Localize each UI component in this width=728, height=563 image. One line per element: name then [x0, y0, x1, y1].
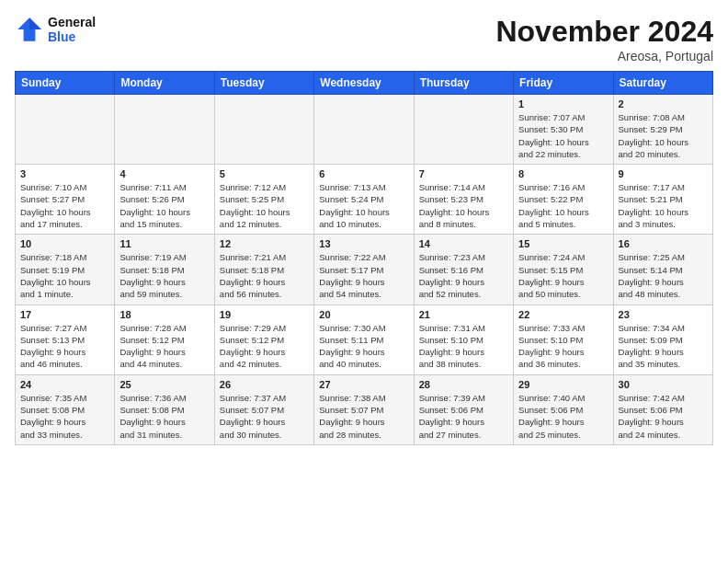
- calendar-cell: 5Sunrise: 7:12 AM Sunset: 5:25 PM Daylig…: [214, 165, 313, 235]
- day-number: 19: [220, 309, 309, 320]
- calendar-cell: 13Sunrise: 7:22 AM Sunset: 5:17 PM Dayli…: [314, 235, 414, 304]
- day-number: 1: [518, 98, 608, 109]
- day-number: 22: [518, 309, 608, 320]
- calendar-cell: 26Sunrise: 7:37 AM Sunset: 5:07 PM Dayli…: [214, 374, 313, 444]
- day-number: 14: [419, 238, 508, 249]
- calendar-cell: 8Sunrise: 7:16 AM Sunset: 5:22 PM Daylig…: [514, 165, 613, 235]
- svg-marker-1: [29, 17, 41, 29]
- calendar-cell: [214, 95, 313, 165]
- calendar-cell: 28Sunrise: 7:39 AM Sunset: 5:06 PM Dayli…: [414, 374, 513, 444]
- calendar-cell: 21Sunrise: 7:31 AM Sunset: 5:10 PM Dayli…: [414, 304, 513, 374]
- day-number: 27: [319, 379, 408, 390]
- day-number: 2: [619, 98, 708, 109]
- day-info: Sunrise: 7:39 AM Sunset: 5:06 PM Dayligh…: [419, 392, 508, 441]
- calendar-cell: 2Sunrise: 7:08 AM Sunset: 5:29 PM Daylig…: [613, 95, 712, 165]
- day-info: Sunrise: 7:36 AM Sunset: 5:08 PM Dayligh…: [119, 392, 209, 441]
- logo: General Blue: [15, 15, 96, 44]
- calendar-cell: 17Sunrise: 7:27 AM Sunset: 5:13 PM Dayli…: [16, 304, 115, 374]
- month-title: November 2024: [495, 15, 713, 49]
- calendar-cell: 23Sunrise: 7:34 AM Sunset: 5:09 PM Dayli…: [613, 304, 712, 374]
- calendar-cell: [16, 95, 115, 165]
- day-info: Sunrise: 7:12 AM Sunset: 5:25 PM Dayligh…: [220, 181, 309, 230]
- weekday-header-saturday: Saturday: [613, 72, 712, 95]
- day-number: 9: [619, 168, 708, 179]
- calendar-cell: 12Sunrise: 7:21 AM Sunset: 5:18 PM Dayli…: [214, 235, 313, 304]
- calendar-cell: 27Sunrise: 7:38 AM Sunset: 5:07 PM Dayli…: [314, 374, 414, 444]
- day-info: Sunrise: 7:42 AM Sunset: 5:06 PM Dayligh…: [619, 392, 708, 441]
- day-info: Sunrise: 7:35 AM Sunset: 5:08 PM Dayligh…: [20, 392, 109, 441]
- calendar-cell: [314, 95, 414, 165]
- day-number: 12: [220, 238, 309, 249]
- calendar-cell: 10Sunrise: 7:18 AM Sunset: 5:19 PM Dayli…: [16, 235, 115, 304]
- weekday-header-thursday: Thursday: [414, 72, 513, 95]
- day-info: Sunrise: 7:37 AM Sunset: 5:07 PM Dayligh…: [220, 392, 309, 441]
- day-info: Sunrise: 7:13 AM Sunset: 5:24 PM Dayligh…: [319, 181, 408, 230]
- weekday-header-tuesday: Tuesday: [214, 72, 313, 95]
- day-info: Sunrise: 7:24 AM Sunset: 5:15 PM Dayligh…: [518, 251, 608, 300]
- day-number: 20: [319, 309, 408, 320]
- location: Areosa, Portugal: [495, 49, 713, 63]
- calendar-cell: 24Sunrise: 7:35 AM Sunset: 5:08 PM Dayli…: [16, 374, 115, 444]
- weekday-header-friday: Friday: [514, 72, 613, 95]
- calendar-table: SundayMondayTuesdayWednesdayThursdayFrid…: [15, 71, 713, 445]
- day-number: 11: [119, 238, 209, 249]
- day-number: 6: [319, 168, 408, 179]
- day-number: 13: [319, 238, 408, 249]
- calendar-cell: 19Sunrise: 7:29 AM Sunset: 5:12 PM Dayli…: [214, 304, 313, 374]
- day-number: 21: [419, 309, 508, 320]
- calendar-cell: 25Sunrise: 7:36 AM Sunset: 5:08 PM Dayli…: [115, 374, 214, 444]
- day-info: Sunrise: 7:29 AM Sunset: 5:12 PM Dayligh…: [220, 322, 309, 371]
- day-info: Sunrise: 7:07 AM Sunset: 5:30 PM Dayligh…: [518, 111, 608, 160]
- weekday-header-monday: Monday: [115, 72, 214, 95]
- day-info: Sunrise: 7:23 AM Sunset: 5:16 PM Dayligh…: [419, 251, 508, 300]
- day-info: Sunrise: 7:25 AM Sunset: 5:14 PM Dayligh…: [619, 251, 708, 300]
- calendar-cell: 29Sunrise: 7:40 AM Sunset: 5:06 PM Dayli…: [514, 374, 613, 444]
- calendar-cell: 30Sunrise: 7:42 AM Sunset: 5:06 PM Dayli…: [613, 374, 712, 444]
- title-block: November 2024 Areosa, Portugal: [495, 15, 713, 63]
- logo-text: General Blue: [48, 15, 96, 44]
- day-number: 10: [20, 238, 109, 249]
- day-number: 8: [518, 168, 608, 179]
- calendar-cell: 3Sunrise: 7:10 AM Sunset: 5:27 PM Daylig…: [16, 165, 115, 235]
- day-number: 30: [619, 379, 708, 390]
- day-info: Sunrise: 7:38 AM Sunset: 5:07 PM Dayligh…: [319, 392, 408, 441]
- day-number: 26: [220, 379, 309, 390]
- day-number: 16: [619, 238, 708, 249]
- calendar-cell: 20Sunrise: 7:30 AM Sunset: 5:11 PM Dayli…: [314, 304, 414, 374]
- calendar-cell: 9Sunrise: 7:17 AM Sunset: 5:21 PM Daylig…: [613, 165, 712, 235]
- day-info: Sunrise: 7:28 AM Sunset: 5:12 PM Dayligh…: [119, 322, 209, 371]
- day-number: 15: [518, 238, 608, 249]
- day-info: Sunrise: 7:31 AM Sunset: 5:10 PM Dayligh…: [419, 322, 508, 371]
- weekday-header-sunday: Sunday: [16, 72, 115, 95]
- day-number: 29: [518, 379, 608, 390]
- page-header: General Blue November 2024 Areosa, Portu…: [15, 15, 713, 63]
- calendar-cell: 11Sunrise: 7:19 AM Sunset: 5:18 PM Dayli…: [115, 235, 214, 304]
- calendar-cell: 7Sunrise: 7:14 AM Sunset: 5:23 PM Daylig…: [414, 165, 513, 235]
- day-number: 25: [119, 379, 209, 390]
- calendar-cell: 1Sunrise: 7:07 AM Sunset: 5:30 PM Daylig…: [514, 95, 613, 165]
- day-number: 3: [20, 168, 109, 179]
- day-number: 7: [419, 168, 508, 179]
- day-number: 4: [119, 168, 209, 179]
- day-info: Sunrise: 7:17 AM Sunset: 5:21 PM Dayligh…: [619, 181, 708, 230]
- calendar-cell: 14Sunrise: 7:23 AM Sunset: 5:16 PM Dayli…: [414, 235, 513, 304]
- calendar-cell: 6Sunrise: 7:13 AM Sunset: 5:24 PM Daylig…: [314, 165, 414, 235]
- calendar-header: SundayMondayTuesdayWednesdayThursdayFrid…: [16, 72, 713, 95]
- day-number: 17: [20, 309, 109, 320]
- day-info: Sunrise: 7:19 AM Sunset: 5:18 PM Dayligh…: [119, 251, 209, 300]
- calendar-cell: 22Sunrise: 7:33 AM Sunset: 5:10 PM Dayli…: [514, 304, 613, 374]
- day-info: Sunrise: 7:08 AM Sunset: 5:29 PM Dayligh…: [619, 111, 708, 160]
- day-number: 5: [220, 168, 309, 179]
- day-number: 18: [119, 309, 209, 320]
- day-info: Sunrise: 7:18 AM Sunset: 5:19 PM Dayligh…: [20, 251, 109, 300]
- day-info: Sunrise: 7:16 AM Sunset: 5:22 PM Dayligh…: [518, 181, 608, 230]
- day-info: Sunrise: 7:10 AM Sunset: 5:27 PM Dayligh…: [20, 181, 109, 230]
- calendar-cell: 4Sunrise: 7:11 AM Sunset: 5:26 PM Daylig…: [115, 165, 214, 235]
- day-info: Sunrise: 7:21 AM Sunset: 5:18 PM Dayligh…: [220, 251, 309, 300]
- logo-icon: [15, 15, 44, 44]
- calendar-cell: 16Sunrise: 7:25 AM Sunset: 5:14 PM Dayli…: [613, 235, 712, 304]
- calendar-cell: 18Sunrise: 7:28 AM Sunset: 5:12 PM Dayli…: [115, 304, 214, 374]
- day-number: 23: [619, 309, 708, 320]
- day-info: Sunrise: 7:27 AM Sunset: 5:13 PM Dayligh…: [20, 322, 109, 371]
- day-info: Sunrise: 7:34 AM Sunset: 5:09 PM Dayligh…: [619, 322, 708, 371]
